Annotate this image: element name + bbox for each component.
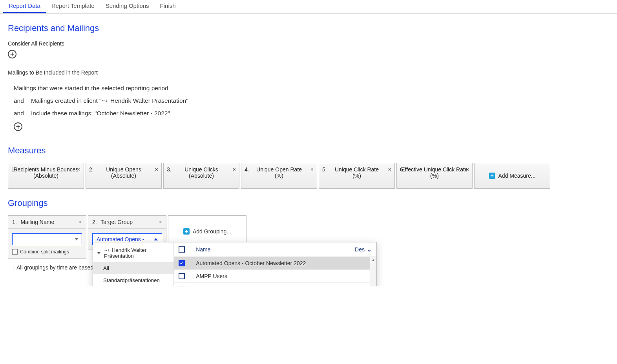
measure-title: Recipients Minus Bounces (11, 166, 81, 173)
condition-text[interactable]: Mailings that were started in the select… (14, 85, 168, 92)
row-checkbox[interactable] (179, 286, 185, 286)
measure-index: 2. (89, 166, 94, 173)
plus-icon: + (489, 173, 495, 179)
mailings-included-label: Mailings to Be Included in the Report (8, 69, 609, 76)
remove-measure-icon[interactable]: × (466, 166, 469, 173)
dropdown-list-header: Name Des ⌄ (174, 242, 376, 257)
tree-item-standard[interactable]: Standardpräsentationen (93, 274, 173, 286)
remove-measure-icon[interactable]: × (77, 166, 80, 173)
dropdown-tree: ~+ Hendrik Walter Präsentation All Stand… (93, 242, 174, 286)
dropdown-list-body: Automated Opens - October Newsletter 202… (174, 257, 376, 286)
column-name[interactable]: Name (196, 246, 355, 253)
measure-unit: (Absolute) (88, 173, 159, 179)
grouping-index: 1. (12, 219, 17, 225)
measures-heading: Measures (8, 146, 609, 156)
grouping-label: Target Group (100, 219, 133, 225)
target-group-selected-label: Automated Opens - (97, 236, 144, 242)
column-sort[interactable]: Des ⌄ (355, 246, 372, 253)
consider-recipients-label: Consider All Recipients (8, 40, 609, 47)
remove-measure-icon[interactable]: × (233, 166, 236, 173)
add-measure-button[interactable]: + Add Measure... (474, 163, 550, 189)
tab-report-template[interactable]: Report Template (46, 0, 100, 13)
remove-grouping-icon[interactable]: × (159, 219, 162, 225)
recipients-heading: Recipients and Mailings (8, 23, 609, 33)
row-checkbox[interactable] (179, 260, 185, 266)
tab-sending-options[interactable]: Sending Options (100, 0, 155, 13)
add-condition-button[interactable]: + (14, 122, 22, 131)
row-label: Anrede leeren (196, 286, 230, 286)
mailing-name-select[interactable] (12, 233, 82, 245)
row-checkbox[interactable] (179, 273, 185, 279)
measure-unit: (%) (321, 173, 392, 179)
remove-measure-icon[interactable]: × (388, 166, 391, 173)
chevron-down-icon: ⌄ (367, 246, 372, 253)
list-item[interactable]: Anrede leeren (174, 283, 376, 286)
groupings-heading: Groupings (8, 198, 609, 208)
measure-card[interactable]: 4. × Unique Open Rate (%) (241, 163, 317, 189)
measure-title: Unique Open Rate (244, 166, 314, 173)
select-all-checkbox[interactable] (179, 246, 185, 253)
sort-label: Des (355, 246, 365, 253)
row-label: Automated Opens - October Newsletter 202… (196, 260, 306, 266)
row-label: AMPP Users (196, 273, 227, 279)
target-group-dropdown: ~+ Hendrik Walter Präsentation All Stand… (93, 242, 377, 286)
mailings-conditions-box: Mailings that were started in the select… (8, 79, 609, 136)
tree-root-label: ~+ Hendrik Walter Präsentation (104, 247, 170, 259)
combine-split-checkbox[interactable] (12, 249, 18, 255)
measure-unit: (%) (399, 173, 470, 179)
measure-card[interactable]: 2. × Unique Opens (Absolute) (86, 163, 162, 189)
remove-grouping-icon[interactable]: × (79, 219, 82, 225)
measure-card[interactable]: 5. × Unique Click Rate (%) (319, 163, 395, 189)
scroll-up-icon[interactable]: ▲ (371, 258, 375, 262)
groupings-row: 1. Mailing Name × Combine split mailings… (8, 215, 609, 259)
measure-unit: (Absolute) (11, 173, 81, 179)
grouping-label: Mailing Name (21, 219, 55, 225)
grouping-card-mailing-name[interactable]: 1. Mailing Name × Combine split mailings (8, 215, 86, 259)
vertical-scrollbar[interactable]: ▲ ▼ (370, 257, 376, 286)
measure-index: 3. (167, 166, 172, 173)
measure-title: Unique Click Rate (321, 166, 392, 173)
measure-index: 1. (11, 166, 16, 173)
measure-index: 6. (400, 166, 405, 173)
and-label: and (14, 97, 26, 104)
groupings-time-checkbox[interactable] (8, 265, 13, 270)
add-recipients-button[interactable]: + (8, 50, 16, 58)
chevron-up-icon (154, 238, 158, 240)
tab-finish[interactable]: Finish (155, 0, 181, 13)
wizard-tabs: Report Data Report Template Sending Opti… (0, 0, 617, 14)
groupings-time-label: All groupings by time are based (16, 264, 93, 271)
measure-index: 5. (322, 166, 327, 173)
measure-card[interactable]: 3. × Unique Clicks (Absolute) (163, 163, 239, 189)
remove-measure-icon[interactable]: × (310, 166, 314, 173)
condition-text[interactable]: Include these mailings: "October Newslet… (31, 110, 170, 117)
list-item[interactable]: Automated Opens - October Newsletter 202… (174, 257, 376, 270)
measure-title: Effective Unique Click Rate (399, 166, 470, 173)
remove-measure-icon[interactable]: × (155, 166, 158, 173)
tree-root[interactable]: ~+ Hendrik Walter Präsentation (93, 244, 173, 262)
measure-title: Unique Clicks (166, 166, 237, 173)
measures-row: 1. × Recipients Minus Bounces (Absolute)… (8, 163, 609, 189)
measure-card[interactable]: 6. × Effective Unique Click Rate (%) (396, 163, 473, 189)
grouping-index: 2. (92, 219, 97, 225)
list-item[interactable]: AMPP Users (174, 270, 376, 283)
add-measure-label: Add Measure... (498, 173, 536, 179)
measure-card[interactable]: 1. × Recipients Minus Bounces (Absolute) (8, 163, 84, 189)
measure-index: 4. (245, 166, 249, 173)
plus-icon: + (183, 228, 190, 235)
and-label: and (14, 110, 26, 117)
condition-text[interactable]: Mailings created in client "~+ Hendrik W… (31, 97, 188, 104)
measure-title: Unique Opens (88, 166, 159, 173)
measure-unit: (%) (244, 173, 314, 179)
add-grouping-label: Add Grouping... (193, 228, 231, 235)
triangle-down-icon (97, 252, 101, 254)
combine-split-label: Combine split mailings (20, 249, 69, 255)
tab-report-data[interactable]: Report Data (3, 0, 46, 13)
chevron-down-icon (75, 238, 78, 240)
tree-item-all[interactable]: All (93, 262, 173, 274)
measure-unit: (Absolute) (166, 173, 237, 179)
